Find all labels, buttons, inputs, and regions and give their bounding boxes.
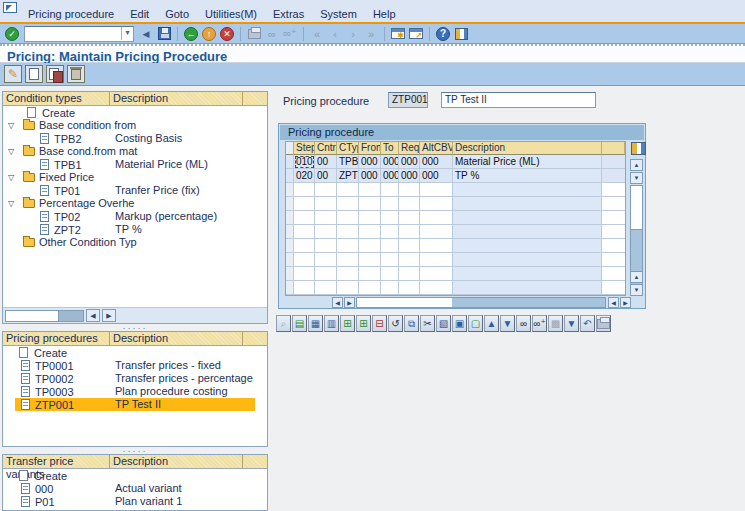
cell-ctyp[interactable]: TPB1 [337,155,359,169]
column-header-to[interactable]: To [381,142,399,155]
table-row-empty[interactable] [286,267,625,281]
last-page-icon[interactable]: » [362,25,380,42]
scroll-right-icon[interactable]: ▶ [620,297,631,308]
table-row-empty[interactable] [286,211,625,225]
table-settings-icon[interactable] [631,142,646,155]
column-header-ctyp[interactable]: CTyp [337,142,359,155]
tree-item[interactable]: TPB2 Costing Basis [3,132,267,145]
select-block-icon[interactable]: ▩ [548,315,563,332]
insert-clipboard-icon[interactable]: ▢ [468,315,483,332]
first-page-icon[interactable]: « [308,25,326,42]
collapse-icon[interactable]: ▽ [8,147,14,156]
table-row[interactable]: 010 00 TPB1 000 000 000 000 Material Pri… [286,155,625,169]
menu-system[interactable]: System [312,7,365,22]
pricing-procedure-code-field[interactable]: ZTP001 [388,92,428,108]
cell-to[interactable]: 000 [381,169,399,183]
back-icon[interactable]: ← [182,25,200,42]
scrollbar-thumb[interactable] [357,298,452,307]
enter-icon[interactable]: ✓ [3,25,21,42]
cell-altcbv[interactable]: 000 [420,155,453,169]
create-icon[interactable] [25,65,43,83]
scroll-down-icon[interactable]: ▼ [630,172,643,184]
cell-altcbv[interactable]: 000 [420,169,453,183]
column-header[interactable]: Pricing procedures [3,332,110,345]
column-header-step[interactable]: Step [294,142,315,155]
append-line-icon[interactable]: ▦ [308,315,323,332]
copy-text-icon[interactable]: ▧ [436,315,451,332]
tree-item[interactable]: TP01 Tranfer Price (fix) [3,184,267,197]
table-row[interactable]: 020 00 ZPT2 000 000 000 000 TP % [286,169,625,183]
table-row-empty[interactable] [286,197,625,211]
list-item-create[interactable]: Create [3,346,267,359]
tree-folder[interactable]: ▽ Percentage Overhe [3,197,267,210]
collapse-icon[interactable]: ▽ [8,121,14,130]
collapse-icon[interactable]: ▽ [8,199,14,208]
cell-reqt[interactable]: 000 [399,155,420,169]
create-entry-icon[interactable]: ⊞ [340,315,355,332]
tree-item[interactable]: TPB1 Material Price (ML) [3,158,267,171]
paste-icon[interactable]: ▣ [452,315,467,332]
list-item-create[interactable]: Create [3,469,267,482]
print-icon[interactable] [245,25,263,42]
delete-icon[interactable] [67,65,85,83]
help-icon[interactable]: ? [434,25,452,42]
scroll-down-icon-bottom[interactable]: ▼ [630,284,643,296]
choose-detail-icon[interactable]: ⌕ [276,315,291,332]
cut-icon[interactable]: ✂ [420,315,435,332]
column-header-description[interactable]: Description [453,142,602,155]
tree-folder[interactable]: ▽ Base condition from [3,119,267,132]
command-history-icon[interactable]: ▾ [121,27,133,40]
menu-goto[interactable]: Goto [157,7,197,22]
cell-ctyp[interactable]: ZPT2 [337,169,359,183]
pricing-procedure-name-field[interactable]: TP Test II [441,92,596,108]
table-row-empty[interactable] [286,253,625,267]
column-header-cntr[interactable]: Cntr [315,142,337,155]
tree-item-create[interactable]: Create [3,106,267,119]
find-next-icon[interactable]: ∞⁺ [532,315,547,332]
row-selector[interactable] [286,169,294,183]
list-item[interactable]: P01 Plan variant 1 [3,495,267,508]
undo-icon[interactable]: ↺ [388,315,403,332]
filter-icon[interactable]: ▼ [564,315,579,332]
screen-icon[interactable] [3,2,17,13]
next-page-icon[interactable]: › [344,25,362,42]
scroll-up-icon[interactable]: ▲▼ [630,159,643,185]
column-header[interactable]: Transfer price variants [3,455,110,468]
select-all-column[interactable] [286,142,294,155]
copy-icon[interactable]: ⧉ [404,315,419,332]
scrollbar-thumb[interactable] [631,186,642,230]
list-item[interactable]: TP0002 Transfer prices - percentage [3,372,267,385]
column-header-altcbv[interactable]: AltCBV [420,142,453,155]
sort-ascending-icon[interactable]: ▲ [484,315,499,332]
tree-item[interactable]: ZPT2 TP % [3,223,267,236]
scrollbar-thumb[interactable] [59,310,84,322]
menu-pricing-procedure[interactable]: Pricing procedure [20,7,122,22]
find-icon[interactable]: ∞ [263,25,281,42]
add-entry-icon[interactable]: ⊞ [356,315,371,332]
sort-descending-icon[interactable]: ▼ [500,315,515,332]
cell-step[interactable]: 010 [294,155,315,169]
menu-extras[interactable]: Extras [265,7,312,22]
column-header[interactable]: Description [110,455,243,468]
menu-help[interactable]: Help [365,7,404,22]
scroll-left-icon[interactable]: ◀ [608,297,619,308]
cell-cntr[interactable]: 00 [315,169,337,183]
table-row-empty[interactable] [286,281,625,295]
list-item[interactable]: TP0001 Transfer prices - fixed [3,359,267,372]
table-row-empty[interactable] [286,239,625,253]
insert-line-icon[interactable]: ▤ [292,315,307,332]
collapse-icon[interactable]: ▽ [8,173,14,182]
tree-item[interactable]: TP02 Markup (percentage) [3,210,267,223]
print-icon[interactable] [596,315,611,332]
collapse-command-field-icon[interactable]: ◀ [137,25,155,42]
cell-from[interactable]: 000 [359,155,381,169]
cell-cntr[interactable]: 00 [315,155,337,169]
copy-icon[interactable] [46,65,64,83]
table-row-empty[interactable] [286,225,625,239]
list-item[interactable]: TP0003 Plan procedure costing [3,385,267,398]
tree-folder[interactable]: ▽ Base cond.from mat [3,145,267,158]
cancel-icon[interactable]: ✕ [218,25,236,42]
cell-description[interactable]: TP % [453,169,602,183]
scroll-up-icon-bottom[interactable]: ▲▼ [630,271,643,297]
tree-folder[interactable]: Other Condition Typ [3,236,267,249]
